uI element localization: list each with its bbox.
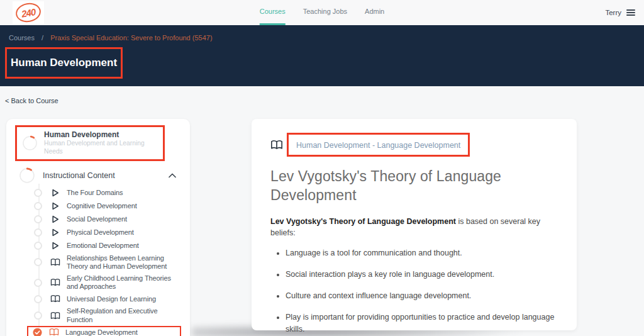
lesson-label: Early Childhood Learning Theories and Ap… bbox=[67, 274, 181, 291]
lesson-title: Lev Vygotsky's Theory of Language Develo… bbox=[270, 167, 542, 205]
module-progress-ring-icon bbox=[22, 135, 38, 151]
module-page-title: Human Development bbox=[11, 57, 117, 69]
list-item: Culture and context influence language d… bbox=[286, 290, 558, 302]
list-item: Play is important for providing opportun… bbox=[286, 311, 558, 336]
lesson-item-current[interactable]: Language Development bbox=[27, 326, 181, 336]
play-icon bbox=[50, 201, 61, 211]
progress-dot bbox=[34, 258, 42, 266]
annotation-box-lesson-breadcrumb: Human Development - Language Development bbox=[287, 133, 470, 157]
lesson-item[interactable]: Social Development bbox=[15, 213, 181, 226]
progress-dot bbox=[34, 215, 42, 223]
nav-teaching-jobs[interactable]: Teaching Jobs bbox=[303, 0, 347, 25]
lesson-item[interactable]: Cognitive Development bbox=[15, 199, 181, 213]
progress-dot bbox=[34, 279, 42, 287]
list-item: Language is a tool for communication and… bbox=[286, 247, 558, 259]
belief-list: Language is a tool for communication and… bbox=[270, 247, 558, 336]
completed-check-icon bbox=[33, 328, 42, 336]
book-icon bbox=[270, 140, 283, 150]
lesson-label: Language Development bbox=[65, 328, 138, 336]
primary-nav: Courses Teaching Jobs Admin bbox=[260, 0, 384, 25]
lesson-item[interactable]: Universal Design for Learning bbox=[15, 293, 181, 305]
nav-courses[interactable]: Courses bbox=[260, 0, 286, 25]
lesson-label: Emotional Development bbox=[67, 242, 139, 250]
back-to-course-link[interactable]: < Back to Course bbox=[5, 97, 58, 104]
progress-dot bbox=[34, 295, 42, 303]
lesson-label: Universal Design for Learning bbox=[67, 295, 156, 303]
progress-dot bbox=[34, 189, 42, 197]
lesson-item[interactable]: Early Childhood Learning Theories and Ap… bbox=[15, 272, 181, 293]
lesson-label: Cognitive Development bbox=[67, 202, 137, 210]
book-icon bbox=[49, 328, 60, 336]
play-icon bbox=[50, 215, 61, 224]
breadcrumb: Courses / Praxis Special Education: Seve… bbox=[9, 34, 644, 42]
hamburger-menu-icon[interactable] bbox=[626, 9, 635, 16]
lesson-item[interactable]: The Four Domains bbox=[15, 186, 181, 199]
logo[interactable]: 240 bbox=[13, 1, 44, 24]
progress-dot bbox=[34, 242, 42, 250]
lesson-item[interactable]: Relationships Between Learning Theory an… bbox=[15, 252, 181, 272]
breadcrumb-separator: / bbox=[42, 34, 43, 42]
lesson-item[interactable]: Self-Regulation and Executive Function bbox=[15, 305, 181, 325]
logo-240-icon: 240 bbox=[14, 1, 43, 24]
progress-dot bbox=[34, 311, 42, 320]
annotation-box-module-title: Human Development bbox=[5, 47, 123, 79]
lesson-breadcrumb-link[interactable]: Human Development - Language Development bbox=[296, 141, 460, 150]
progress-dot bbox=[34, 202, 42, 210]
section-progress-ring-icon bbox=[19, 167, 35, 184]
lesson-label: Self-Regulation and Executive Function bbox=[67, 307, 181, 323]
play-icon bbox=[50, 188, 61, 198]
user-menu[interactable]: Terry bbox=[605, 9, 635, 16]
play-icon bbox=[50, 241, 61, 250]
section-instructional-content[interactable]: Instructional Content bbox=[15, 167, 181, 184]
lesson-label: Relationships Between Learning Theory an… bbox=[67, 254, 181, 271]
book-icon bbox=[50, 278, 61, 287]
lesson-item[interactable]: Emotional Development bbox=[15, 239, 181, 252]
annotation-box-sidebar-module[interactable]: Human Development Human Development and … bbox=[15, 125, 165, 161]
lesson-label: Social Development bbox=[67, 215, 127, 223]
book-icon bbox=[50, 311, 61, 320]
nav-admin[interactable]: Admin bbox=[365, 0, 384, 25]
book-icon bbox=[50, 258, 61, 267]
sidebar-module-title: Human Development bbox=[44, 130, 158, 140]
progress-dot bbox=[34, 228, 42, 237]
lesson-label: Physical Development bbox=[67, 228, 134, 237]
list-item: Social interaction plays a key role in l… bbox=[286, 269, 558, 281]
lesson-label: The Four Domains bbox=[67, 189, 123, 197]
lesson-intro: Lev Vygotsky's Theory of Language Develo… bbox=[270, 216, 558, 240]
user-name: Terry bbox=[605, 9, 621, 16]
lesson-item[interactable]: Physical Development bbox=[15, 226, 181, 239]
section-label: Instructional Content bbox=[43, 171, 115, 180]
lesson-header: Human Development - Language Development bbox=[270, 133, 558, 157]
lesson-list: The Four Domains Cognitive Development S… bbox=[15, 186, 181, 336]
breadcrumb-courses[interactable]: Courses bbox=[9, 34, 35, 42]
sidebar-module-subtitle: Human Development and Learning Needs bbox=[44, 140, 158, 156]
course-outline-sidebar: Human Development Human Development and … bbox=[6, 119, 190, 336]
book-icon bbox=[50, 294, 61, 303]
lesson-content-panel: Human Development - Language Development… bbox=[252, 119, 577, 330]
chevron-up-icon[interactable] bbox=[169, 173, 176, 178]
play-icon bbox=[50, 228, 61, 237]
top-navigation-bar: 240 Courses Teaching Jobs Admin Terry bbox=[0, 0, 644, 25]
intro-bold-text: Lev Vygotsky's Theory of Language Develo… bbox=[270, 217, 456, 226]
course-header-band: Courses / Praxis Special Education: Seve… bbox=[0, 25, 644, 86]
breadcrumb-course-name[interactable]: Praxis Special Education: Severe to Prof… bbox=[50, 34, 212, 42]
